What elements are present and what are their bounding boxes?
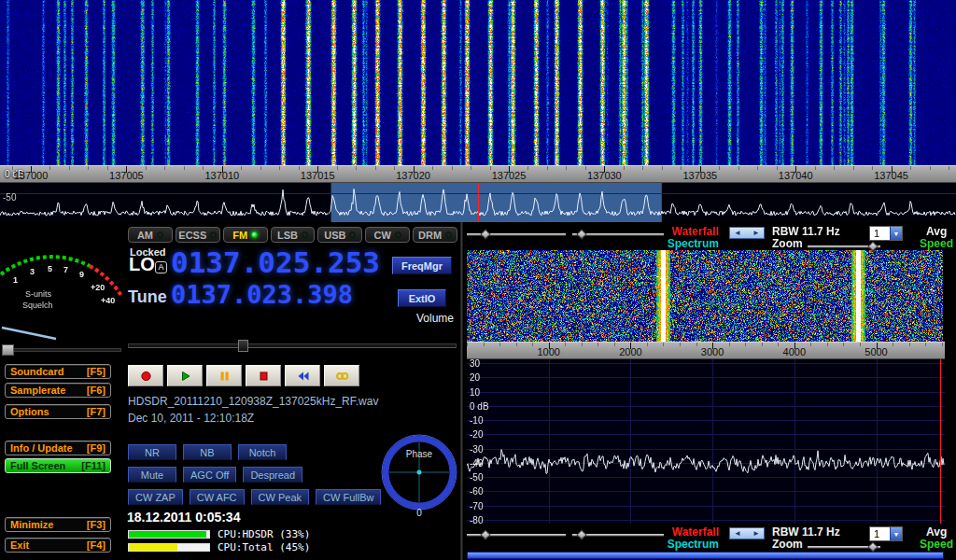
side-button-options[interactable]: Options[F7]: [5, 404, 111, 419]
squelch-label[interactable]: Squelch: [22, 301, 53, 310]
side-button-full-screen[interactable]: Full Screen[F11]: [5, 458, 111, 473]
mode-button-am[interactable]: AM: [128, 227, 173, 243]
zoom-frequency-scale[interactable]: 10002000300040005000: [467, 342, 945, 359]
squelch-slider[interactable]: [2, 344, 121, 356]
dsp-button-nr[interactable]: NR: [128, 444, 176, 460]
mode-button-lsb[interactable]: LSB: [271, 227, 316, 243]
dsp-button-cw-zap[interactable]: CW ZAP: [128, 489, 183, 505]
dsp-button-nb[interactable]: NB: [183, 444, 232, 460]
mode-button-usb[interactable]: USB: [317, 227, 362, 243]
zoom-spectrum-display[interactable]: [467, 359, 945, 524]
zoom-slider-top-thumb[interactable]: [867, 241, 878, 251]
side-button-hotkey: [F7]: [87, 406, 105, 417]
s-meter-green-arc: [1, 257, 90, 274]
s-meter[interactable]: 1 3 5 7 9 +20 +40 S-units Squelch: [0, 225, 123, 341]
avg-count-select[interactable]: 1▼: [869, 226, 903, 241]
main-frequency-scale[interactable]: 0 dB 13700013700513701013701513702013702…: [0, 165, 956, 183]
display-slider-1-top[interactable]: [467, 233, 566, 236]
dsp-button-despread[interactable]: Despread: [243, 467, 302, 483]
main-waterfall-display[interactable]: [0, 0, 956, 165]
scroll-arrows[interactable]: ◄►: [729, 227, 765, 239]
play-button[interactable]: [167, 365, 203, 386]
zoom-label: Zoom: [772, 237, 803, 250]
record-button[interactable]: [128, 365, 163, 386]
scroll-arrows[interactable]: ◄►: [729, 527, 765, 539]
lo-frequency-display[interactable]: 0137.025.253: [171, 248, 380, 277]
display-slider-1-bottom-thumb[interactable]: [480, 529, 490, 539]
dsp-button-agc-off[interactable]: AGC Off: [183, 467, 236, 483]
mode-button-ecss[interactable]: ECSS: [176, 227, 220, 243]
spectrum-mode-label[interactable]: Spectrum: [668, 538, 719, 551]
frequency-tick-label: 3000: [701, 346, 724, 357]
zoom-slider-bottom[interactable]: [808, 546, 880, 549]
side-button-hotkey: [F11]: [81, 460, 105, 471]
side-button-minimize[interactable]: Minimize[F3]: [5, 517, 111, 532]
display-slider-2-bottom[interactable]: [572, 534, 664, 537]
tune-frequency-display[interactable]: 0137.023.398: [171, 282, 353, 307]
frequency-tick-label: 137000: [14, 170, 49, 181]
mode-label: CW: [374, 230, 391, 241]
mode-row: AMECSSFMLSBUSBCWDRM: [128, 227, 457, 243]
zoom-slider-bottom-thumb[interactable]: [867, 541, 878, 552]
panel-separator: [460, 222, 463, 560]
phase-indicator[interactable]: Phase 0: [378, 429, 460, 519]
display-slider-1-top-thumb[interactable]: [480, 229, 490, 239]
lock-badge-icon[interactable]: A: [155, 261, 167, 273]
dropdown-caret-icon[interactable]: ▼: [890, 227, 902, 240]
display-slider-1-bottom[interactable]: [467, 534, 566, 537]
dsp-button-cw-fullbw[interactable]: CW FullBw: [316, 489, 381, 505]
rewind-button[interactable]: [285, 365, 320, 386]
waterfall-mode-label[interactable]: Waterfall: [672, 225, 719, 238]
speed-label: Speed: [920, 237, 953, 250]
zoom-range-bar[interactable]: [467, 552, 944, 559]
frequency-tick-label: 137010: [204, 170, 239, 181]
squelch-slider-thumb[interactable]: [2, 344, 14, 356]
cpu-total-fill: [129, 544, 177, 551]
display-slider-2-top-thumb[interactable]: [576, 229, 586, 239]
frequency-tick-label: 137035: [682, 170, 717, 181]
mode-label: USB: [324, 230, 345, 241]
stop-button[interactable]: [246, 365, 281, 386]
volume-slider-thumb[interactable]: [238, 340, 248, 352]
dsp-button-notch[interactable]: Notch: [238, 444, 287, 460]
mode-label: FM: [232, 230, 247, 241]
avg-label: Avg: [926, 525, 947, 539]
side-button-exit[interactable]: Exit[F4]: [5, 538, 111, 553]
display-slider-2-top[interactable]: [572, 233, 664, 236]
dsp-button-cw-peak[interactable]: CW Peak: [251, 489, 309, 505]
zoom-waterfall-display[interactable]: [467, 250, 943, 342]
extio-button[interactable]: ExtIO: [398, 289, 446, 307]
spectrum-mode-label[interactable]: Spectrum: [668, 237, 719, 250]
side-button-samplerate[interactable]: Samplerate[F6]: [5, 383, 111, 398]
dsp-button-mute[interactable]: Mute: [128, 467, 176, 483]
db-tick-label: 10: [470, 387, 480, 398]
side-button-info-update[interactable]: Info / Update[F9]: [5, 441, 111, 455]
db-tick-label: -80: [470, 515, 483, 525]
mode-led-icon: [445, 231, 452, 238]
recording-date: Dec 10, 2011 - 12:10:18Z: [128, 412, 254, 425]
frequency-tick-label: 4000: [783, 346, 806, 357]
dropdown-caret-icon[interactable]: ▼: [890, 527, 902, 540]
mode-led-icon: [251, 231, 258, 238]
volume-slider[interactable]: [128, 340, 457, 352]
side-button-soundcard[interactable]: Soundcard[F5]: [5, 364, 111, 379]
mode-button-drm[interactable]: DRM: [413, 227, 457, 243]
mode-button-fm[interactable]: FM: [223, 227, 268, 243]
mode-button-cw[interactable]: CW: [365, 227, 410, 243]
left-arrow-icon[interactable]: ◄: [734, 529, 741, 538]
zoom-slider-top[interactable]: [808, 245, 880, 248]
pause-button[interactable]: [206, 365, 242, 386]
waterfall-mode-label[interactable]: Waterfall: [672, 525, 719, 539]
cpu-hdsdr-fill: [129, 531, 206, 538]
display-slider-2-bottom-thumb[interactable]: [576, 529, 586, 539]
dsp-button-cw-afc[interactable]: CW AFC: [190, 489, 245, 505]
main-spectrum-display[interactable]: [0, 183, 956, 222]
avg-count-select[interactable]: 1▼: [869, 526, 903, 541]
loop-button[interactable]: [324, 365, 359, 386]
s-meter-needle: [2, 328, 56, 339]
db-tick-label: -60: [470, 486, 483, 497]
left-arrow-icon[interactable]: ◄: [734, 229, 741, 237]
freqmgr-button[interactable]: FreqMgr: [392, 257, 452, 274]
right-arrow-icon[interactable]: ►: [752, 529, 760, 538]
right-arrow-icon[interactable]: ►: [752, 229, 760, 237]
